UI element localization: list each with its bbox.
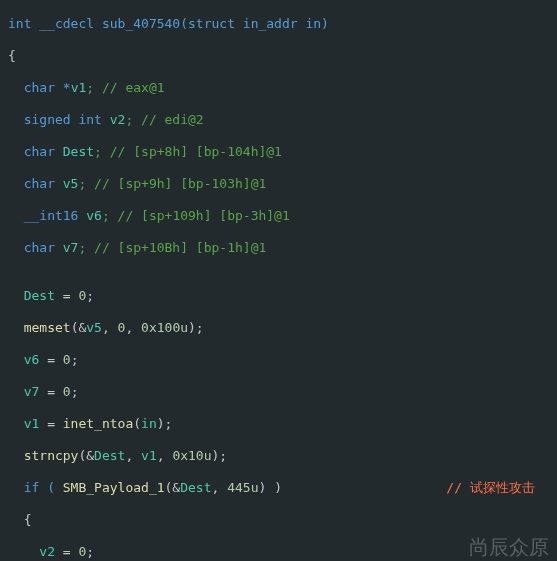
code-line: __int16 v6; // [sp+109h] [bp-3h]@1: [8, 208, 549, 224]
code-line: char Dest; // [sp+8h] [bp-104h]@1: [8, 144, 549, 160]
code-viewer: int __cdecl sub_407540(struct in_addr in…: [0, 0, 557, 561]
code-block: int __cdecl sub_407540(struct in_addr in…: [0, 0, 557, 561]
code-line: strncpy(&Dest, v1, 0x10u);: [8, 448, 549, 464]
code-line: char v5; // [sp+9h] [bp-103h]@1: [8, 176, 549, 192]
code-line: Dest = 0;: [8, 288, 549, 304]
code-line: v2 = 0;: [8, 544, 549, 560]
code-line: v6 = 0;: [8, 352, 549, 368]
comment-attack: // 试探性攻击: [282, 480, 535, 495]
code-line: int __cdecl sub_407540(struct in_addr in…: [8, 16, 549, 32]
signature: int __cdecl sub_407540(struct in_addr in…: [8, 16, 329, 31]
code-line: v7 = 0;: [8, 384, 549, 400]
code-line: {: [8, 512, 549, 528]
code-line: {: [8, 48, 549, 64]
code-line: v1 = inet_ntoa(in);: [8, 416, 549, 432]
code-line: if ( SMB_Payload_1(&Dest, 445u) ) // 试探性…: [8, 480, 549, 496]
code-line: memset(&v5, 0, 0x100u);: [8, 320, 549, 336]
code-line: signed int v2; // edi@2: [8, 112, 549, 128]
code-line: char v7; // [sp+10Bh] [bp-1h]@1: [8, 240, 549, 256]
code-line: char *v1; // eax@1: [8, 80, 549, 96]
